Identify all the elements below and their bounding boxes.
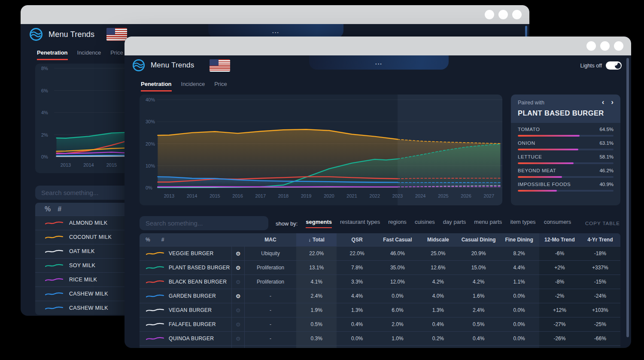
table-row[interactable]: QUINOA BURGER⚙-0.3%0.0%1.0%0.2%0.4%0.0%-… (140, 331, 620, 345)
legend-item-label: SOY MILK (69, 262, 95, 268)
paired-next-button[interactable]: › (611, 98, 614, 107)
paired-item-bar-track (518, 190, 614, 192)
tab-penetration[interactable]: Penetration (37, 49, 68, 60)
gear-cell: ⚙ (232, 332, 245, 345)
table-cell (337, 346, 377, 348)
tab-price[interactable]: Price (110, 49, 123, 59)
gear-icon[interactable]: ⚙ (236, 265, 241, 271)
series-name: FALAFEL BURGER (169, 321, 216, 327)
svg-text:0%: 0% (146, 185, 152, 190)
gear-icon[interactable]: ⚙ (236, 307, 241, 314)
tab-incidence[interactable]: Incidence (77, 49, 101, 59)
svg-text:2026: 2026 (461, 193, 471, 198)
window-control-button[interactable] (498, 10, 508, 19)
search-input[interactable] (140, 216, 268, 230)
table-row[interactable]: VEGAN BURGER⚙-1.9%1.3%6.0%1.3%2.4%0.0%+1… (140, 303, 620, 317)
series-name: GARDEN BURGER (169, 293, 216, 299)
table-header-qsr[interactable]: QSR (337, 233, 377, 246)
window-control-button[interactable] (485, 10, 494, 19)
mac-value: Proliferation (245, 275, 296, 289)
percent-column-toggle[interactable]: % (146, 237, 150, 243)
us-flag-icon[interactable] (210, 59, 230, 72)
show-by-option-regions[interactable]: regions (388, 219, 407, 228)
table-cell: -66% (580, 332, 620, 345)
copy-table-button[interactable]: COPY TABLE (585, 221, 620, 226)
window-titlebar[interactable] (125, 37, 631, 55)
table-cell: -25% (580, 317, 620, 331)
table-cell: 4.1% (296, 275, 337, 289)
show-by-option-day-parts[interactable]: day parts (443, 219, 466, 228)
table-row[interactable]: PLANT BASED BURGER⚙Proliferation13.1%7.8… (140, 260, 620, 275)
window-control-button[interactable] (512, 10, 522, 19)
gear-icon[interactable]: ⚙ (236, 293, 241, 299)
legend-item-label: CASHEW MILK (69, 291, 108, 297)
show-by-option-item-types[interactable]: item types (510, 219, 535, 228)
scrollbar-thumb[interactable] (626, 58, 629, 337)
table-row[interactable]: FALAFEL BURGER⚙-0.5%0.4%2.0%0.4%0.5%0.0%… (140, 317, 620, 331)
table-header-mac[interactable]: MAC (245, 233, 296, 246)
table-cell: 6.0% (377, 303, 418, 317)
tab-price[interactable]: Price (214, 81, 227, 90)
paired-item-label: TOMATO (518, 127, 540, 132)
paired-prev-button[interactable]: ‹ (602, 98, 605, 107)
table-row[interactable]: VEGGIE BURGER⚙Ubiquity22.0%22.0%46.0%25.… (140, 246, 620, 260)
table-cell (418, 346, 458, 348)
table-header-fine-dining[interactable]: Fine Dining (499, 233, 539, 246)
table-cell: 0.5% (296, 317, 337, 331)
count-column-toggle[interactable]: # (161, 237, 164, 243)
percent-column-toggle[interactable]: % (45, 205, 51, 213)
tab-penetration[interactable]: Penetration (141, 81, 172, 92)
show-by-label: show by: (276, 220, 298, 227)
browser-tab[interactable]: ... (309, 55, 449, 70)
table-cell: -18% (580, 247, 620, 260)
window-control-button[interactable] (614, 41, 623, 51)
table-row-name-cell: VEGAN BURGER (140, 303, 232, 317)
app-header: Menu Trends (29, 27, 127, 41)
gear-icon[interactable]: ⚙ (236, 279, 241, 285)
show-by-option-cuisines[interactable]: cuisines (415, 219, 435, 228)
table-cell: +2% (539, 261, 580, 275)
table-cell: -27% (539, 317, 580, 331)
us-flag-icon[interactable] (106, 28, 127, 41)
show-by-option-restaurant-types[interactable]: restaurant types (340, 219, 380, 228)
table-header-midscale[interactable]: Midscale (418, 233, 458, 246)
gear-cell: ⚙ (232, 261, 245, 275)
table-row-name-cell (140, 346, 232, 348)
svg-text:40%: 40% (146, 97, 155, 102)
window-control-button[interactable] (586, 41, 596, 51)
table-row[interactable]: BLACK BEAN BURGER⚙Proliferation4.1%3.3%1… (140, 275, 620, 289)
window-control-button[interactable] (600, 41, 610, 51)
series-name: BLACK BEAN BURGER (169, 279, 227, 285)
show-by-option-consumers[interactable]: consumers (544, 219, 571, 228)
table-cell (580, 346, 620, 348)
table-cell: 25.0% (418, 247, 458, 260)
table-header-row: %#MAC↓TotalQSRFast CasualMidscaleCasual … (140, 233, 620, 246)
table-cell: 12.6% (418, 261, 458, 275)
show-by-option-segments[interactable]: segments (306, 219, 332, 228)
table-row[interactable]: GARDEN BURGER⚙-2.4%4.4%0.0%4.0%1.6%0.0%-… (140, 289, 620, 303)
tab-incidence[interactable]: Incidence (181, 81, 205, 90)
table-cell: 0.3% (296, 332, 337, 345)
table-cell (459, 346, 499, 348)
table-header-12-mo-trend[interactable]: 12-Mo Trend (539, 233, 580, 246)
show-by-option-menu-parts[interactable]: menu parts (474, 219, 502, 228)
table-cell: 2.4% (296, 289, 337, 303)
table-cell: 0.4% (418, 317, 458, 331)
gear-cell: ⚙ (232, 317, 245, 331)
table-header-total[interactable]: ↓Total (296, 233, 337, 246)
window-titlebar[interactable] (21, 5, 529, 24)
show-by-bar: show by: segmentsrestaurant typesregions… (276, 217, 620, 229)
table-header-fast-casual[interactable]: Fast Casual (377, 233, 418, 246)
gear-icon[interactable]: ⚙ (236, 321, 241, 328)
table-cell: -8% (539, 275, 580, 289)
lights-toggle[interactable] (606, 61, 622, 70)
table-cell: 15.0% (459, 261, 499, 275)
gear-icon[interactable]: ⚙ (236, 336, 241, 342)
count-column-toggle[interactable]: # (58, 205, 61, 213)
table-header-4-yr-trend[interactable]: 4-Yr Trend (580, 233, 620, 246)
table-header-casual-dining[interactable]: Casual Dining (459, 233, 499, 246)
series-line-swatch (146, 265, 164, 270)
table-cell: 0.0% (499, 332, 539, 345)
gear-icon[interactable]: ⚙ (236, 250, 241, 257)
nav-tabs: PenetrationIncidencePrice (141, 81, 227, 92)
